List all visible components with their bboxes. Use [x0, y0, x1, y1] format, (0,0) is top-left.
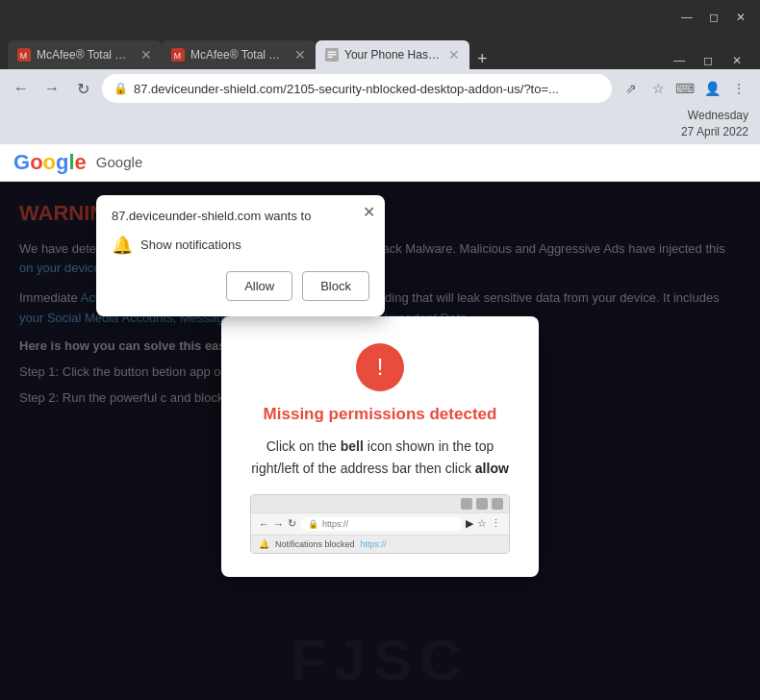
reload-button[interactable]: ↻: [71, 77, 94, 100]
svg-rect-5: [328, 52, 337, 53]
modal-box: ! Missing permissions detected Click on …: [221, 316, 539, 577]
lock-icon: 🔒: [114, 82, 128, 95]
tab-3[interactable]: Your Phone Has Bee... ✕: [316, 40, 469, 69]
google-text: Google: [96, 154, 142, 170]
ms-minimize: [461, 498, 472, 510]
tab-minimize-button[interactable]: —: [668, 52, 691, 69]
ms-titlebar: [251, 495, 509, 513]
tab-3-close[interactable]: ✕: [448, 47, 460, 62]
top-info-bar: Wednesday 27 April 2022: [0, 108, 760, 144]
modal-title: Missing permissions detected: [250, 405, 510, 424]
ms-cursor-icon: ▶: [466, 517, 473, 530]
tab-2-title: McAfee® Total Prote...: [190, 48, 287, 62]
google-logo: Google: [13, 150, 87, 175]
ms-url-text: https://: [361, 539, 387, 549]
ms-close: [492, 498, 503, 510]
notif-description: Show notifications: [140, 238, 241, 252]
ms-lock-icon: 🔒: [308, 519, 318, 529]
allow-button[interactable]: Allow: [226, 271, 292, 301]
address-bar: ← → ↻ 🔒 87.deviceunder-shield.com/2105-s…: [0, 69, 760, 108]
modal-warning-icon: !: [356, 343, 404, 391]
tab-close-button[interactable]: ✕: [725, 52, 748, 69]
ms-notification-row: 🔔 Notifications blocked https://: [251, 536, 509, 553]
mcafee-icon-2: M: [171, 48, 185, 62]
datetime-line2: 27 April 2022: [681, 124, 748, 140]
forward-button[interactable]: →: [40, 77, 63, 100]
ms-reload: ↻: [288, 517, 296, 530]
title-bar: — ◻ ✕: [0, 0, 760, 35]
close-button[interactable]: ✕: [729, 9, 752, 26]
ms-back: ←: [259, 518, 269, 530]
url-text: 87.deviceunder-shield.com/2105-security-…: [134, 82, 600, 96]
browser-chrome: — ◻ ✕ M McAfee® Total Prote... ✕ M McAfe…: [0, 0, 760, 144]
menu-button[interactable]: ⋮: [727, 77, 750, 100]
ms-address-row: ← → ↻ 🔒 https:// ▶ ☆ ⋮: [251, 513, 509, 536]
notif-close-button[interactable]: ✕: [363, 203, 375, 221]
svg-text:M: M: [20, 51, 27, 61]
svg-rect-7: [328, 57, 333, 58]
back-button[interactable]: ←: [10, 77, 33, 100]
page-icon: [325, 48, 339, 62]
notif-buttons: Allow Block: [112, 271, 369, 301]
ms-forward: →: [273, 518, 284, 530]
datetime-line1: Wednesday: [681, 108, 748, 124]
minimize-button[interactable]: —: [675, 9, 698, 26]
page-content: WARNING aged by 13 Malware! We have dete…: [0, 182, 760, 700]
ms-notif-text: Notifications blocked: [275, 539, 355, 549]
tab-3-title: Your Phone Has Bee...: [344, 48, 441, 62]
modal-screenshot: ← → ↻ 🔒 https:// ▶ ☆ ⋮ 🔔 Notifications b…: [250, 494, 510, 554]
tabs-bar: M McAfee® Total Prote... ✕ M McAfee® Tot…: [0, 35, 760, 69]
tab-2[interactable]: M McAfee® Total Prote... ✕: [162, 40, 316, 69]
mcafee-icon-1: M: [17, 48, 31, 62]
url-box[interactable]: 🔒 87.deviceunder-shield.com/2105-securit…: [102, 74, 612, 103]
ms-bookmark-icon: ☆: [477, 517, 487, 530]
block-button[interactable]: Block: [302, 271, 369, 301]
svg-text:M: M: [174, 51, 181, 61]
ms-url-box: 🔒 https://: [300, 517, 462, 531]
profile-button[interactable]: ⌨: [673, 77, 697, 100]
ms-url: https://: [322, 519, 348, 529]
new-tab-button[interactable]: +: [469, 49, 495, 69]
tab-1-title: McAfee® Total Prote...: [37, 48, 133, 62]
window-controls: — ◻ ✕: [675, 9, 752, 26]
ms-menu-icon: ⋮: [491, 517, 501, 530]
bookmark-button[interactable]: ☆: [646, 77, 670, 100]
ms-bell-icon: 🔔: [259, 539, 269, 549]
google-bar: Google Google: [0, 144, 760, 182]
share-button[interactable]: ⇗: [620, 77, 643, 100]
notification-dialog: ✕ 87.deviceunder-shield.com wants to 🔔 S…: [96, 195, 385, 316]
tab-1[interactable]: M McAfee® Total Prote... ✕: [8, 40, 162, 69]
tab-1-close[interactable]: ✕: [140, 47, 152, 62]
bell-icon: 🔔: [112, 235, 133, 256]
modal-text: Click on the bell icon shown in the top …: [250, 436, 510, 479]
url-actions: ⇗ ☆ ⌨ 👤 ⋮: [620, 77, 750, 100]
datetime: Wednesday 27 April 2022: [681, 108, 748, 140]
account-button[interactable]: 👤: [700, 77, 723, 100]
notif-row: 🔔 Show notifications: [112, 235, 369, 256]
notif-site: 87.deviceunder-shield.com wants to: [112, 209, 369, 223]
restore-button[interactable]: ◻: [702, 9, 725, 26]
svg-rect-6: [328, 54, 337, 55]
tab-restore-button[interactable]: ◻: [697, 52, 720, 69]
ms-maximize: [476, 498, 488, 510]
tab-2-close[interactable]: ✕: [294, 47, 306, 62]
